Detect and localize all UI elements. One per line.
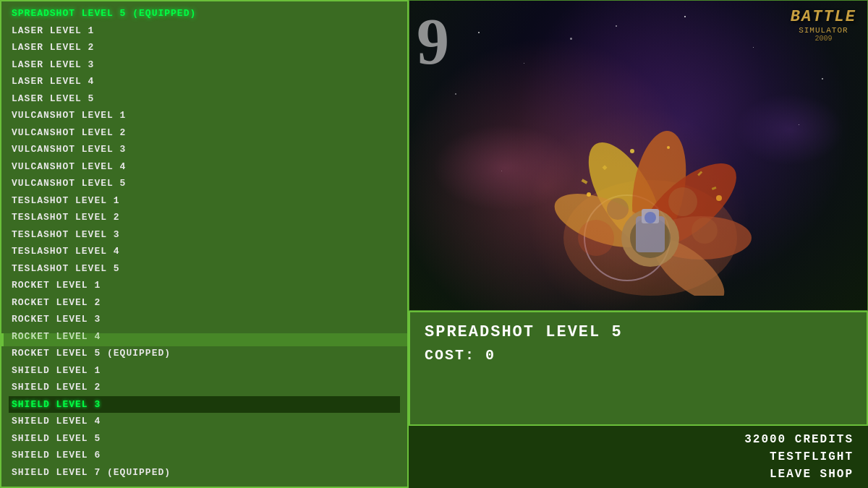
svg-point-22 <box>630 149 634 153</box>
item-list-panel[interactable]: SPREADSHOT LEVEL 1SPREADSHOT LEVEL 2SPRE… <box>0 0 409 488</box>
list-item-laser-5[interactable]: LASER LEVEL 5 <box>9 90 400 108</box>
year-text: 2009 <box>791 35 856 43</box>
list-item-shield-7[interactable]: SHIELD LEVEL 7 (EQUIPPED) <box>9 464 400 481</box>
svg-point-14 <box>578 220 614 256</box>
svg-point-21 <box>716 195 722 201</box>
item-info-panel: Spreadshot Level 5 Cost: 0 32000 Credits… <box>409 311 868 488</box>
svg-rect-16 <box>582 179 588 184</box>
leave-shop-button[interactable]: Leave Shop <box>770 466 854 482</box>
game-logo: BATTLE SIMULATOR 2009 <box>791 8 856 43</box>
battle-title: BATTLE <box>791 8 856 26</box>
list-item-shield-1[interactable]: SHIELD LEVEL 1 <box>9 362 400 380</box>
list-item-shield-3[interactable]: SHIELD LEVEL 3 <box>9 396 400 414</box>
list-item-teslashot-5[interactable]: TESLASHOT LEVEL 5 <box>9 260 400 278</box>
list-item-rocket-4[interactable]: ROCKET LEVEL 4 <box>9 328 400 346</box>
list-item-teslashot-4[interactable]: TESLASHOT LEVEL 4 <box>9 243 400 260</box>
list-item-rocket-5[interactable]: ROCKET LEVEL 5 (EQUIPPED) <box>9 345 400 362</box>
svg-point-13 <box>668 187 697 216</box>
svg-point-20 <box>587 192 591 197</box>
list-item-shield-6[interactable]: SHIELD LEVEL 6 <box>9 447 400 464</box>
list-item-vulcanshot-1[interactable]: VULCANSHOT LEVEL 1 <box>9 107 400 124</box>
simulator-text: SIMULATOR <box>791 26 856 35</box>
list-item-laser-2[interactable]: LASER LEVEL 2 <box>9 39 400 56</box>
list-item-vulcanshot-4[interactable]: VULCANSHOT LEVEL 4 <box>9 158 400 176</box>
list-item-teslashot-1[interactable]: TESLASHOT LEVEL 1 <box>9 192 400 210</box>
main-container: SPREADSHOT LEVEL 1SPREADSHOT LEVEL 2SPRE… <box>0 0 868 488</box>
cloud-effect <box>433 124 577 211</box>
svg-point-15 <box>692 218 718 244</box>
list-item-laser-1[interactable]: LASER LEVEL 1 <box>9 22 400 40</box>
list-item-laser-4[interactable]: LASER LEVEL 4 <box>9 73 400 90</box>
list-item-rocket-3[interactable]: ROCKET LEVEL 3 <box>9 311 400 328</box>
list-item-shield-2[interactable]: SHIELD LEVEL 2 <box>9 379 400 396</box>
selected-item-name: Spreadshot Level 5 <box>425 323 852 341</box>
list-item-laser-3[interactable]: LASER LEVEL 3 <box>9 56 400 74</box>
list-item-spreadshot-5[interactable]: SPREADSHOT LEVEL 5 (EQUIPPED) <box>9 5 400 22</box>
credits-display: 32000 Credits <box>744 432 854 448</box>
list-item-spreadshot-4[interactable]: SPREADSHOT LEVEL 4 <box>9 0 400 5</box>
svg-point-23 <box>667 146 670 149</box>
list-item-shield-5[interactable]: SHIELD LEVEL 5 <box>9 430 400 448</box>
game-preview: 9 BATTLE SIMULATOR 2009 <box>409 0 868 311</box>
list-item-shield-4[interactable]: SHIELD LEVEL 4 <box>9 413 400 430</box>
selected-item-cost: Cost: 0 <box>425 347 852 364</box>
list-item-rocket-2[interactable]: ROCKET LEVEL 2 <box>9 294 400 312</box>
cloud-effect-2 <box>736 93 844 166</box>
level-number: 9 <box>417 4 449 79</box>
list-item-vulcanshot-3[interactable]: VULCANSHOT LEVEL 3 <box>9 141 400 158</box>
game-scene: 9 BATTLE SIMULATOR 2009 <box>409 1 867 310</box>
list-item-teslashot-2[interactable]: TESLASHOT LEVEL 2 <box>9 209 400 226</box>
list-item-vulcanshot-5[interactable]: VULCANSHOT LEVEL 5 <box>9 175 400 192</box>
bottom-action-bar: 32000 Credits TestFlight Leave Shop <box>409 424 868 488</box>
list-item-teslashot-3[interactable]: TESLASHOT LEVEL 3 <box>9 226 400 244</box>
svg-point-11 <box>644 212 656 223</box>
right-panel: 9 BATTLE SIMULATOR 2009 <box>409 0 868 488</box>
testflight-button[interactable]: TestFlight <box>770 449 854 465</box>
svg-point-12 <box>607 198 629 220</box>
list-item-rocket-1[interactable]: ROCKET LEVEL 1 <box>9 277 400 294</box>
list-item-vulcanshot-2[interactable]: VULCANSHOT LEVEL 2 <box>9 124 400 142</box>
